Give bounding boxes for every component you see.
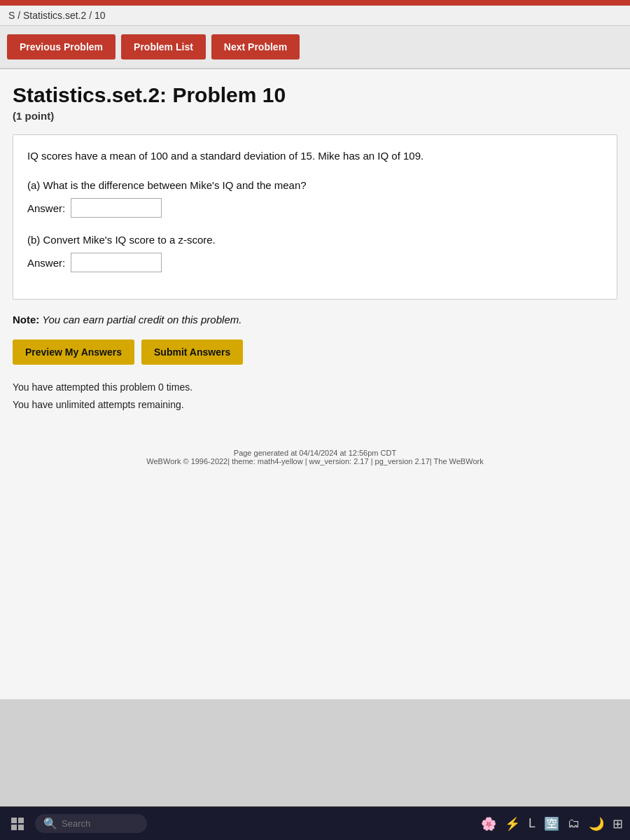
taskbar-icon-2[interactable]: ⚡: [505, 816, 520, 832]
breadcrumb: S / Statistics.set.2 / 10: [0, 6, 630, 26]
taskbar-search-bar[interactable]: 🔍: [35, 814, 147, 833]
taskbar-icon-7[interactable]: ⊞: [612, 816, 623, 832]
problem-list-button[interactable]: Problem List: [121, 34, 206, 59]
note-bold: Note:: [13, 314, 39, 326]
submit-answers-button[interactable]: Submit Answers: [141, 340, 243, 365]
attempt-info: You have attempted this problem 0 times.…: [13, 379, 617, 414]
next-problem-button[interactable]: Next Problem: [211, 34, 300, 59]
page-footer: Page generated at 04/14/2024 at 12:56pm …: [13, 442, 617, 472]
part-b-answer-row: Answer:: [27, 253, 603, 272]
taskbar-icon-5[interactable]: 🗂: [568, 816, 580, 831]
taskbar: 🔍 🌸 ⚡ L 🈳 🗂 🌙 ⊞: [0, 806, 630, 840]
problem-box: IQ scores have a mean of 100 and a stand…: [13, 134, 617, 300]
part-b-question: (b) Convert Mike's IQ score to a z-score…: [27, 232, 603, 248]
part-a-question: (a) What is the difference between Mike'…: [27, 177, 603, 194]
search-icon: 🔍: [43, 817, 57, 830]
footer-line1: Page generated at 04/14/2024 at 12:56pm …: [13, 449, 617, 457]
part-a-answer-row: Answer:: [27, 198, 603, 218]
taskbar-icons: 🌸 ⚡ L 🈳 🗂 🌙 ⊞: [481, 816, 623, 832]
previous-problem-button[interactable]: Previous Problem: [7, 34, 115, 59]
part-a: (a) What is the difference between Mike'…: [27, 177, 603, 218]
problem-title: Statistics.set.2: Problem 10: [13, 83, 617, 107]
taskbar-icon-6[interactable]: 🌙: [589, 816, 604, 832]
taskbar-icon-4[interactable]: 🈳: [544, 816, 559, 832]
part-a-answer-label: Answer:: [27, 202, 65, 214]
part-a-input[interactable]: [71, 198, 162, 218]
main-content: Statistics.set.2: Problem 10 (1 point) I…: [0, 69, 630, 699]
taskbar-icon-1[interactable]: 🌸: [481, 816, 496, 832]
attempt-line1: You have attempted this problem 0 times.: [13, 379, 617, 396]
search-input[interactable]: [62, 818, 132, 829]
note-section: Note: You can earn partial credit on thi…: [13, 314, 617, 326]
breadcrumb-text: S / Statistics.set.2 / 10: [8, 10, 106, 21]
part-b-input[interactable]: [71, 253, 162, 272]
taskbar-icon-3[interactable]: L: [528, 816, 536, 831]
nav-buttons-bar: Previous Problem Problem List Next Probl…: [0, 26, 630, 69]
start-button[interactable]: [7, 813, 28, 834]
problem-statement: IQ scores have a mean of 100 and a stand…: [27, 148, 603, 164]
attempt-line2: You have unlimited attempts remaining.: [13, 396, 617, 414]
problem-points: (1 point): [13, 110, 617, 122]
footer-line2: WeBWork © 1996-2022| theme: math4-yellow…: [13, 457, 617, 465]
accent-bar: [0, 0, 630, 6]
preview-answers-button[interactable]: Preview My Answers: [13, 340, 134, 365]
action-buttons: Preview My Answers Submit Answers: [13, 340, 617, 365]
part-b: (b) Convert Mike's IQ score to a z-score…: [27, 232, 603, 272]
part-b-answer-label: Answer:: [27, 257, 65, 269]
note-text: You can earn partial credit on this prob…: [39, 314, 241, 326]
